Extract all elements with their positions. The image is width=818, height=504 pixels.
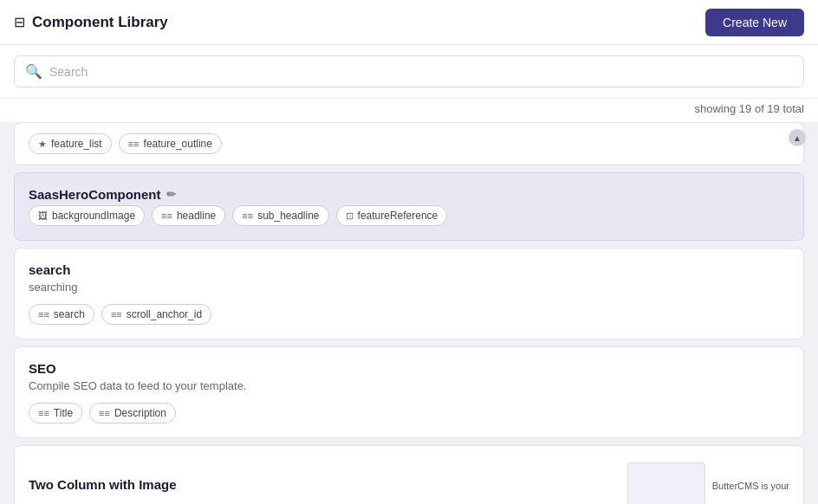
field-label: headline: [177, 210, 216, 222]
component-card-search: search searching ≡≡ search ≡≡ scroll_anc…: [14, 248, 804, 339]
component-name-search: search: [29, 262, 789, 277]
search-fields: ≡≡ search ≡≡ scroll_anchor_id: [29, 304, 789, 325]
header-left: ⊟ Component Library: [14, 14, 168, 31]
field-scroll-anchor-id[interactable]: ≡≡ scroll_anchor_id: [101, 304, 211, 325]
text-field-icon: ≡≡: [111, 309, 122, 320]
field-background-image[interactable]: 🖼 backgroundImage: [29, 205, 145, 226]
preview-text: ButterCMS is your: [712, 480, 789, 492]
field-label: Title: [54, 407, 73, 419]
two-column-right: ButterCMS is your: [616, 460, 789, 504]
field-headline[interactable]: ≡≡ headline: [152, 205, 225, 226]
preview-image-box: [627, 462, 705, 505]
reference-field-icon: ⊡: [346, 210, 354, 222]
component-card-two-column: Two Column with Image ButterCMS is your …: [14, 445, 804, 504]
search-input[interactable]: [49, 65, 793, 79]
component-title: SEO: [29, 361, 56, 376]
field-label: search: [54, 308, 85, 320]
search-icon: 🔍: [25, 63, 42, 80]
two-column-name: Two Column with Image: [29, 477, 616, 492]
component-title: search: [29, 262, 70, 277]
seo-fields: ≡≡ Title ≡≡ Description: [29, 403, 789, 423]
text-field-icon: ≡≡: [38, 309, 49, 320]
image-field-icon: 🖼: [38, 210, 48, 221]
partial-tags-row: ★ feature_list ≡≡ feature_outline: [29, 133, 789, 154]
search-wrapper: 🔍: [14, 55, 804, 87]
library-icon: ⊟: [14, 14, 25, 30]
tag-feature-outline[interactable]: ≡≡ feature_outline: [119, 133, 222, 154]
lines-icon: ≡≡: [128, 139, 140, 149]
tag-label: feature_outline: [144, 138, 212, 150]
content-area: ★ feature_list ≡≡ feature_outline ▲ Saas…: [0, 122, 818, 504]
field-title[interactable]: ≡≡ Title: [29, 403, 82, 423]
tag-feature-list[interactable]: ★ feature_list: [29, 133, 112, 154]
text-field-icon: ≡≡: [38, 408, 49, 418]
field-label: backgroundImage: [52, 210, 135, 222]
component-title: SaasHeroComponent: [29, 187, 161, 202]
component-name-seo: SEO: [29, 361, 789, 376]
field-description[interactable]: ≡≡ Description: [89, 403, 176, 423]
page-title: Component Library: [32, 14, 168, 31]
field-label: scroll_anchor_id: [127, 308, 202, 320]
text-field-icon: ≡≡: [99, 408, 110, 418]
field-label: Description: [114, 407, 166, 419]
edit-icon-saas-hero[interactable]: ✏: [166, 188, 176, 201]
text-field-icon: ≡≡: [161, 210, 172, 221]
field-label: featureReference: [358, 210, 438, 222]
create-new-button[interactable]: Create New: [705, 9, 804, 36]
field-feature-reference[interactable]: ⊡ featureReference: [336, 205, 448, 226]
two-column-left: Two Column with Image: [29, 477, 616, 495]
component-card-seo: SEO Compile SEO data to feed to your tem…: [14, 346, 804, 438]
component-name-saas-hero: SaasHeroComponent ✏: [29, 187, 789, 202]
field-label: sub_headline: [257, 210, 319, 222]
tag-label: feature_list: [51, 138, 102, 150]
saas-hero-fields: 🖼 backgroundImage ≡≡ headline ≡≡ sub_hea…: [29, 205, 789, 226]
component-description-search: searching: [29, 281, 789, 294]
scroll-up-arrow[interactable]: ▲: [789, 129, 806, 146]
showing-count: showing 19 of 19 total: [0, 99, 818, 122]
field-sub-headline[interactable]: ≡≡ sub_headline: [232, 205, 328, 226]
component-description-seo: Compile SEO data to feed to your templat…: [29, 379, 789, 392]
field-search[interactable]: ≡≡ search: [29, 304, 94, 325]
component-card-saas-hero: SaasHeroComponent ✏ 🖼 backgroundImage ≡≡…: [14, 172, 804, 241]
partial-top-card: ★ feature_list ≡≡ feature_outline ▲: [14, 122, 804, 165]
app-header: ⊟ Component Library Create New: [0, 0, 818, 45]
star-icon: ★: [38, 139, 47, 150]
text-field-icon: ≡≡: [242, 210, 253, 221]
search-container: 🔍: [0, 45, 818, 99]
component-title: Two Column with Image: [29, 477, 177, 492]
showing-label: showing 19 of 19 total: [695, 102, 804, 115]
